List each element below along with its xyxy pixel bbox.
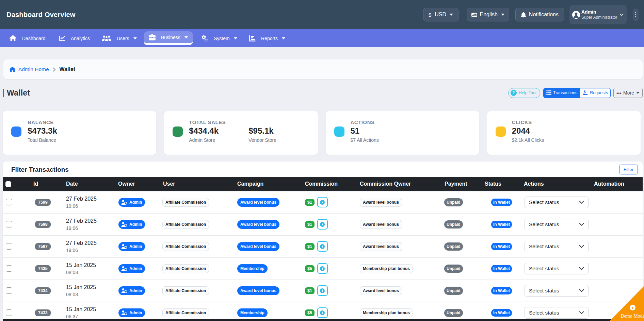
svg-text:A: A [472,13,474,16]
svg-text:z: z [475,13,476,16]
svg-text:$: $ [429,12,432,17]
svg-text:$: $ [584,90,586,94]
